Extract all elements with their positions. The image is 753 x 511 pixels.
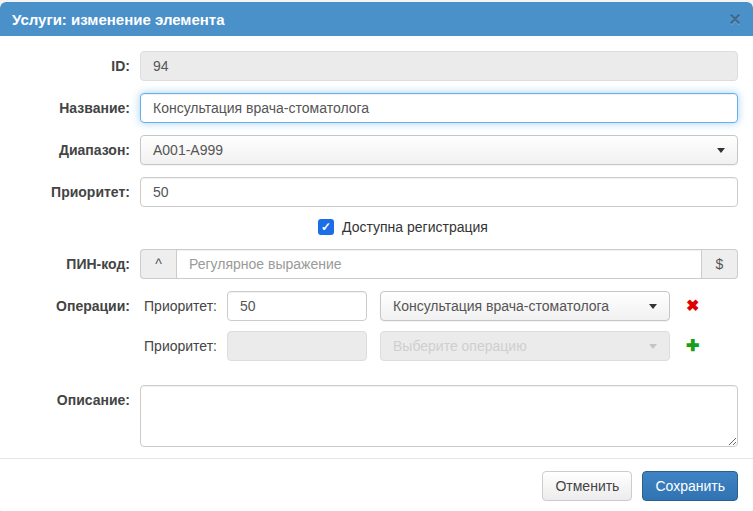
- dialog-body: ID: Название: Диапазон: A001-A999 Приори…: [0, 36, 753, 458]
- registration-label[interactable]: Доступна регистрация: [342, 219, 488, 235]
- id-field: [140, 51, 738, 81]
- dialog-footer: Отменить Сохранить: [0, 458, 753, 511]
- operation-row-new: Приоритет: Выберите операцию ✚: [140, 331, 738, 361]
- pin-field[interactable]: [176, 249, 702, 279]
- add-operation-icon[interactable]: ✚: [686, 338, 699, 354]
- description-label: Описание:: [15, 385, 130, 450]
- range-select[interactable]: A001-A999: [140, 135, 738, 165]
- operation-row: Приоритет: Консультация врача-стоматолог…: [140, 291, 738, 321]
- name-row: Название:: [15, 93, 738, 123]
- regex-end-addon: $: [702, 249, 738, 279]
- dialog-header: Услуги: изменение элемента ×: [0, 2, 753, 36]
- operations-row: Операции: Приоритет: Консультация врача-…: [15, 291, 738, 371]
- cancel-button[interactable]: Отменить: [542, 471, 632, 501]
- operation-priority-label: Приоритет:: [140, 298, 227, 314]
- id-label: ID:: [15, 51, 130, 81]
- operations-label: Операции:: [15, 291, 130, 371]
- operation-priority-field[interactable]: [227, 291, 367, 321]
- save-button[interactable]: Сохранить: [642, 471, 738, 501]
- name-field[interactable]: [140, 93, 738, 123]
- operation-select-placeholder: Выберите операцию: [393, 338, 641, 354]
- registration-checkbox[interactable]: ✓: [318, 219, 334, 235]
- priority-field[interactable]: [140, 177, 738, 207]
- dialog-title: Услуги: изменение элемента: [12, 11, 729, 28]
- operation-select-disabled: Выберите операцию: [380, 331, 670, 361]
- operation-priority-label: Приоритет:: [140, 338, 227, 354]
- priority-label: Приоритет:: [15, 177, 130, 207]
- edit-service-dialog: Услуги: изменение элемента × ID: Названи…: [0, 2, 753, 511]
- chevron-down-icon: [649, 344, 657, 349]
- pin-label: ПИН-код:: [15, 249, 130, 279]
- remove-operation-icon[interactable]: ✖: [686, 298, 699, 314]
- range-row: Диапазон: A001-A999: [15, 135, 738, 165]
- operation-priority-field-disabled: [227, 331, 367, 361]
- description-field[interactable]: [140, 385, 738, 447]
- chevron-down-icon: [717, 148, 725, 153]
- id-row: ID:: [15, 51, 738, 81]
- chevron-down-icon: [649, 304, 657, 309]
- description-row: Описание:: [15, 385, 738, 450]
- close-icon[interactable]: ×: [729, 9, 741, 29]
- regex-start-addon: ^: [140, 249, 176, 279]
- operation-select[interactable]: Консультация врача-стоматолога: [380, 291, 670, 321]
- registration-row: ✓ Доступна регистрация: [318, 219, 723, 235]
- range-label: Диапазон:: [15, 135, 130, 165]
- pin-row: ПИН-код: ^ $: [15, 249, 738, 279]
- operation-select-value: Консультация врача-стоматолога: [393, 298, 641, 314]
- range-select-value: A001-A999: [153, 142, 709, 158]
- priority-row: Приоритет:: [15, 177, 738, 207]
- name-label: Название:: [15, 93, 130, 123]
